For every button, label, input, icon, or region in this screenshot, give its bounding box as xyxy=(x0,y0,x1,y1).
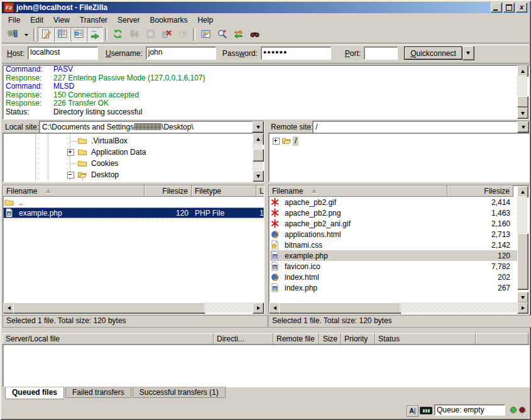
remote-site-dropdown-button[interactable] xyxy=(517,121,529,133)
expand-icon[interactable] xyxy=(67,149,74,156)
host-input[interactable]: localhost xyxy=(28,47,98,60)
menu-item-help[interactable]: Help xyxy=(192,14,218,26)
chevron-down-icon xyxy=(256,126,260,129)
close-button[interactable]: x xyxy=(516,3,527,13)
remote-site-combo[interactable]: / xyxy=(312,121,530,133)
directory-filters-button[interactable] xyxy=(197,27,214,42)
directory-comparison-button[interactable] xyxy=(214,27,230,42)
scroll-thumb[interactable] xyxy=(517,96,528,108)
file-row-apache-pb2-gif[interactable]: apache_pb2.gif2,414 xyxy=(269,197,517,207)
synchronized-browsing-button[interactable] xyxy=(230,27,246,42)
column-header-filename[interactable]: Filename xyxy=(3,185,145,197)
scroll-right-button[interactable] xyxy=(253,302,264,314)
chevron-down-icon xyxy=(522,126,525,129)
column-header-filename[interactable]: Filename xyxy=(269,185,447,197)
tab-failed-transfers[interactable]: Failed transfers xyxy=(65,387,131,398)
file-row-apache-pb2-png[interactable]: apache_pb2.png1,463 xyxy=(269,207,517,218)
queue-column-server-local-file[interactable]: Server/Local file xyxy=(3,333,214,345)
menu-item-server[interactable]: Server xyxy=(112,14,145,26)
file-row-index-php[interactable]: index.php267 xyxy=(269,282,517,293)
toolbar-separator xyxy=(193,28,195,41)
folder-open-icon xyxy=(282,136,292,145)
scroll-thumb[interactable] xyxy=(13,302,205,314)
queue-body xyxy=(3,344,530,387)
local-list-header: FilenameFilesizeFiletypeL xyxy=(3,185,264,196)
column-header-l[interactable]: L xyxy=(256,185,265,197)
scroll-track[interactable] xyxy=(517,196,527,233)
queue-column-filler xyxy=(476,333,528,345)
queue-column-directi-[interactable]: Directi... xyxy=(214,333,273,345)
file-row-applications-html[interactable]: applications.html2,713 xyxy=(269,229,517,240)
speed-limit-icon[interactable] xyxy=(420,407,432,414)
expand-icon[interactable] xyxy=(273,138,280,145)
menu-item-view[interactable]: View xyxy=(48,14,75,26)
minimize-button[interactable] xyxy=(491,3,502,13)
tree-item--[interactable]: / xyxy=(269,135,529,146)
scroll-down-button[interactable] xyxy=(517,108,528,119)
log-message: 227 Entering Passive Mode (127,0,0,1,6,1… xyxy=(53,74,205,83)
tree-item-label: .VirtualBox xyxy=(89,136,129,146)
scroll-track[interactable] xyxy=(400,302,517,312)
column-header-filetype[interactable]: Filetype xyxy=(192,185,256,197)
message-log: Command:PASVResponse:227 Entering Passiv… xyxy=(3,65,530,119)
toggle-local-tree-button[interactable] xyxy=(54,27,70,42)
password-input[interactable]: ●●●●●● xyxy=(261,47,331,60)
column-header-filesize[interactable]: Filesize xyxy=(145,185,192,197)
toggle-remote-tree-button[interactable] xyxy=(70,27,87,42)
scroll-thumb[interactable] xyxy=(279,302,401,314)
port-input[interactable] xyxy=(364,47,398,60)
queue-column-size[interactable]: Size xyxy=(319,333,341,345)
tab-queued-files[interactable]: Queued files xyxy=(5,387,64,399)
queue-column-remote-file[interactable]: Remote file xyxy=(273,333,319,345)
menu-item-edit[interactable]: Edit xyxy=(25,14,48,26)
file-row-apache-pb2-ani-gif[interactable]: apache_pb2_ani.gif2,160 xyxy=(269,218,517,229)
column-header-filesize[interactable]: Filesize xyxy=(447,185,513,197)
file-row-example-php[interactable]: example.php120PHP File1 xyxy=(3,207,264,218)
menu-item-bookmarks[interactable]: Bookmarks xyxy=(145,14,192,26)
toggle-message-log-button[interactable] xyxy=(38,27,54,42)
find-files-button[interactable] xyxy=(246,27,263,42)
remote-tree-icon xyxy=(74,29,84,41)
scroll-thumb[interactable] xyxy=(517,233,528,290)
ascii-data-type-icon[interactable]: A| xyxy=(407,406,419,417)
tab-successful-transfers-1-[interactable]: Successful transfers (1) xyxy=(133,387,226,398)
log-message: 150 Connection accepted xyxy=(53,91,139,100)
queue-column-status[interactable]: Status xyxy=(375,333,476,345)
cell-name: bitnami.css xyxy=(282,241,447,250)
refresh-button[interactable] xyxy=(109,27,126,42)
site-manager-button[interactable] xyxy=(4,27,21,42)
remote-list-header: FilenameFilesize xyxy=(269,185,513,196)
local-site-dropdown-button[interactable] xyxy=(252,121,264,133)
toggle-transfer-queue-button[interactable] xyxy=(87,27,103,42)
quickconnect-dropdown-button[interactable] xyxy=(463,46,474,60)
file-row-index-html[interactable]: index.html202 xyxy=(269,272,517,282)
scroll-thumb[interactable] xyxy=(253,149,264,162)
tree-item-application-data[interactable]: Application Data xyxy=(3,146,264,158)
file-row-bitnami-css[interactable]: bitnami.css2,142 xyxy=(269,240,517,250)
collapse-icon[interactable] xyxy=(67,172,74,179)
menu-item-file[interactable]: File xyxy=(3,14,25,26)
file-row-example-php[interactable]: example.php120 xyxy=(269,250,517,261)
disconnect-button[interactable] xyxy=(158,27,175,42)
tree-item-desktop[interactable]: Desktop xyxy=(3,169,264,180)
menu-item-transfer[interactable]: Transfer xyxy=(75,14,112,26)
tree-item--virtualbox[interactable]: .VirtualBox xyxy=(3,135,264,146)
maximize-button[interactable] xyxy=(503,3,515,13)
scroll-down-button[interactable] xyxy=(253,170,264,182)
username-input[interactable]: john xyxy=(146,47,216,60)
log-message: MLSD xyxy=(53,82,74,91)
cell-size: 2,414 xyxy=(447,198,513,207)
queue-column-priority[interactable]: Priority xyxy=(341,333,375,345)
quickconnect-button[interactable]: Quickconnect xyxy=(404,47,463,60)
file-row--[interactable]: .. xyxy=(3,197,264,207)
filezilla-logo-icon: Fz xyxy=(4,3,14,13)
tree-item-cookies[interactable]: Cookies xyxy=(3,158,264,169)
queue-tabs: Queued filesFailed transfersSuccessful t… xyxy=(5,387,227,399)
scroll-down-button[interactable] xyxy=(517,292,528,303)
scroll-right-button[interactable] xyxy=(517,302,528,314)
site-manager-dropdown-button[interactable] xyxy=(21,27,31,42)
scroll-track[interactable] xyxy=(204,302,253,312)
local-site-combo[interactable]: C:\Documents and Settings\Desktop\ xyxy=(39,121,265,133)
file-row-favicon-ico[interactable]: favicon.ico7,782 xyxy=(269,261,517,272)
column-header-label: Server/Local file xyxy=(6,334,60,344)
